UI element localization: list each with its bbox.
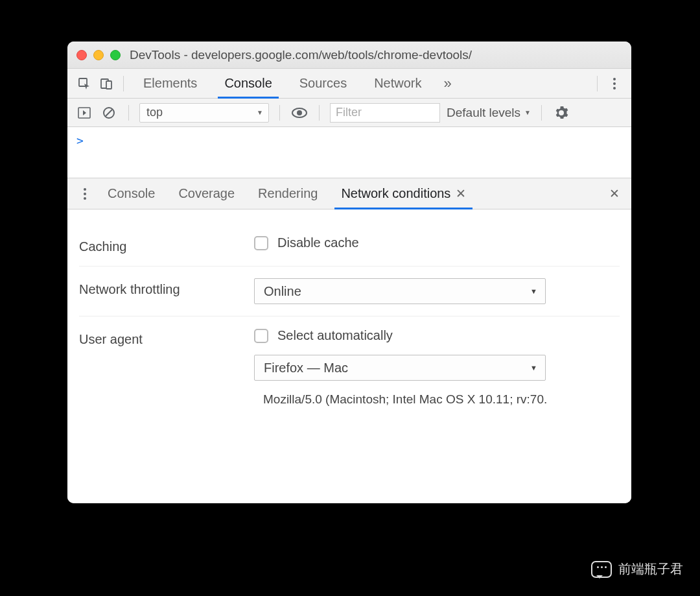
separator [279, 105, 280, 121]
tab-label: Console [224, 76, 272, 91]
svg-point-11 [84, 188, 86, 191]
tab-label: Elements [143, 76, 197, 91]
more-tabs-button[interactable]: » [438, 75, 458, 92]
drawer-tab-rendering[interactable]: Rendering [246, 178, 329, 209]
inspect-element-icon[interactable] [75, 75, 93, 93]
watermark-text: 前端瓶子君 [618, 560, 683, 578]
context-value: top [146, 106, 163, 119]
drawer-menu-icon[interactable] [74, 187, 96, 200]
drawer-tab-label: Coverage [178, 186, 235, 201]
svg-point-12 [84, 193, 86, 195]
wechat-icon [591, 561, 612, 578]
svg-point-13 [84, 197, 86, 200]
drawer-tab-console[interactable]: Console [96, 178, 167, 209]
separator [319, 105, 320, 121]
user-agent-value: Firefox — Mac [264, 361, 348, 375]
zoom-window-button[interactable] [110, 50, 121, 60]
tab-elements[interactable]: Elements [132, 69, 209, 98]
clear-console-icon[interactable] [100, 104, 118, 122]
tab-network[interactable]: Network [362, 69, 433, 98]
drawer-tab-label: Console [108, 186, 155, 201]
user-agent-label: User agent [79, 328, 254, 347]
settings-gear-icon[interactable] [552, 104, 570, 122]
disable-cache-label: Disable cache [277, 235, 359, 250]
console-prompt: > [76, 134, 84, 147]
minimize-window-button[interactable] [93, 50, 104, 60]
kebab-menu-icon[interactable] [605, 75, 624, 93]
drawer: Console Coverage Rendering Network condi… [67, 178, 631, 503]
svg-rect-2 [106, 81, 111, 89]
window-title: DevTools - developers.google.com/web/too… [130, 48, 472, 62]
user-agent-row: User agent Select automatically Firefox … [79, 316, 620, 418]
svg-point-4 [613, 82, 616, 85]
separator [128, 105, 129, 121]
svg-line-8 [106, 110, 112, 116]
close-window-button[interactable] [76, 50, 87, 60]
throttling-value: Online [264, 284, 301, 299]
user-agent-string: Mozilla/5.0 (Macintosh; Intel Mac OS X 1… [254, 392, 547, 407]
drawer-tab-coverage[interactable]: Coverage [167, 178, 246, 209]
toggle-sidebar-icon[interactable] [75, 104, 93, 122]
drawer-tab-label: Network conditions [341, 186, 450, 201]
filter-input[interactable] [330, 103, 440, 123]
titlebar: DevTools - developers.google.com/web/too… [67, 42, 631, 69]
tab-label: Sources [299, 76, 347, 91]
tab-sources[interactable]: Sources [288, 69, 358, 98]
log-levels-dropdown[interactable]: Default levels [447, 106, 531, 120]
throttling-label: Network throttling [79, 278, 254, 297]
network-conditions-panel: Caching Disable cache Network throttling… [67, 209, 631, 503]
tab-label: Network [374, 76, 421, 91]
close-drawer-icon[interactable]: ✕ [609, 186, 620, 201]
svg-point-3 [613, 78, 616, 80]
levels-label: Default levels [447, 106, 520, 120]
main-tab-strip: Elements Console Sources Network » [67, 69, 631, 99]
drawer-tab-strip: Console Coverage Rendering Network condi… [67, 178, 631, 209]
separator [597, 76, 598, 91]
devtools-window: DevTools - developers.google.com/web/too… [67, 42, 631, 503]
select-automatically-checkbox[interactable] [254, 329, 268, 343]
select-automatically-label: Select automatically [277, 328, 393, 343]
throttling-row: Network throttling Online [79, 267, 620, 316]
caching-label: Caching [79, 235, 254, 254]
watermark: 前端瓶子君 [591, 560, 683, 578]
svg-point-10 [297, 110, 302, 115]
live-expression-icon[interactable] [290, 104, 309, 122]
drawer-tab-label: Rendering [258, 186, 318, 201]
drawer-tab-network-conditions[interactable]: Network conditions ✕ [329, 178, 478, 209]
window-controls [76, 50, 121, 60]
separator [541, 105, 542, 121]
device-toggle-icon[interactable] [97, 75, 115, 93]
caching-row: Caching Disable cache [79, 224, 620, 267]
context-selector[interactable]: top [139, 103, 269, 123]
user-agent-dropdown[interactable]: Firefox — Mac [254, 355, 546, 381]
throttling-dropdown[interactable]: Online [254, 278, 546, 304]
separator [123, 76, 124, 91]
console-output[interactable]: > [67, 127, 631, 178]
disable-cache-checkbox[interactable] [254, 236, 268, 250]
console-toolbar: top Default levels [67, 99, 631, 127]
close-tab-icon[interactable]: ✕ [456, 186, 466, 201]
svg-point-5 [613, 87, 616, 89]
tab-console[interactable]: Console [213, 69, 283, 98]
